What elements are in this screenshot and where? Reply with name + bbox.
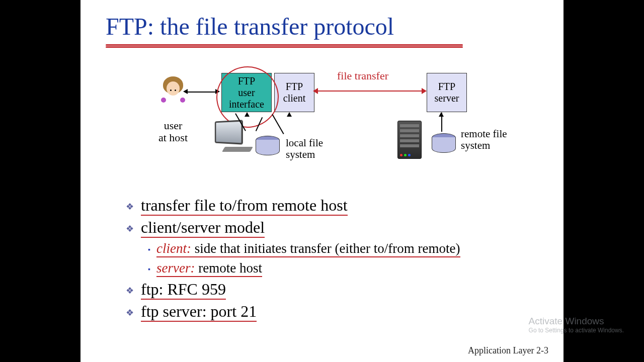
- cylinder-local-fs-icon: [256, 136, 279, 156]
- bullet-marker-icon: ▪: [148, 265, 150, 274]
- watermark-subtitle: Go to Settings to activate Windows.: [529, 327, 624, 334]
- user-label: user at host: [148, 120, 198, 144]
- arrow-user-ui: [187, 92, 216, 93]
- connector-line: [272, 114, 284, 134]
- bullet-marker-icon: ❖: [126, 285, 134, 296]
- sub-bullet-item: ▪ server: remote host: [148, 259, 543, 277]
- user-icon: [159, 75, 186, 108]
- file-transfer-label: file transfer: [337, 69, 388, 82]
- bullet-item: ❖ transfer file to/from remote host: [126, 195, 543, 216]
- bullet-marker-icon: ❖: [126, 307, 134, 318]
- slide-footer: Application Layer 2-3: [468, 345, 548, 356]
- title-underline-annotation: [106, 44, 463, 47]
- bullet-item: ❖ client/server model: [126, 217, 543, 238]
- ftp-client-box: FTP client: [274, 73, 314, 112]
- arrow-file-transfer: [317, 90, 423, 92]
- sub-bullet-item: ▪ client: side that initiates transfer (…: [148, 240, 543, 257]
- bullet-item: ❖ ftp server: port 21: [126, 301, 543, 322]
- server-rack-icon: [397, 121, 422, 159]
- arrowhead-icon: [439, 112, 444, 117]
- arrowhead-icon: [287, 112, 292, 117]
- bullet-text: ftp server: port 21: [141, 302, 257, 320]
- slide: FTP: the file transfer protocol user at …: [80, 0, 564, 362]
- slide-title: FTP: the file transfer protocol: [106, 13, 394, 40]
- bullet-text: server: remote host: [156, 259, 262, 277]
- stage: FTP: the file transfer protocol user at …: [0, 0, 644, 362]
- bullet-marker-icon: ❖: [126, 201, 134, 212]
- bullet-marker-icon: ❖: [126, 223, 134, 234]
- bullet-text: ftp: RFC 959: [141, 280, 226, 298]
- arrowhead-icon: [245, 112, 250, 117]
- arrowhead-icon: [183, 89, 188, 94]
- ftp-diagram: user at host FTP user interface FTP clie…: [141, 65, 523, 171]
- bullet-list: ❖ transfer file to/from remote host ❖ cl…: [126, 195, 543, 323]
- computer-icon: [206, 121, 252, 152]
- bullet-text: transfer file to/from remote host: [141, 196, 348, 214]
- watermark-title: Activate Windows: [529, 316, 624, 327]
- remote-fs-label: remote file system: [461, 128, 507, 151]
- windows-activation-watermark: Activate Windows Go to Settings to activ…: [529, 316, 624, 334]
- arrowhead-icon: [313, 88, 318, 94]
- bullet-item: ❖ ftp: RFC 959: [126, 279, 543, 300]
- bullet-text: client/server model: [141, 218, 265, 236]
- bullet-text: client: side that initiates transfer (ei…: [156, 240, 460, 257]
- local-fs-label: local file system: [286, 137, 323, 160]
- cylinder-remote-fs-icon: [432, 133, 455, 153]
- ftp-server-box: FTP server: [427, 73, 467, 112]
- bullet-marker-icon: ▪: [148, 246, 150, 254]
- arrowhead-icon: [422, 88, 427, 94]
